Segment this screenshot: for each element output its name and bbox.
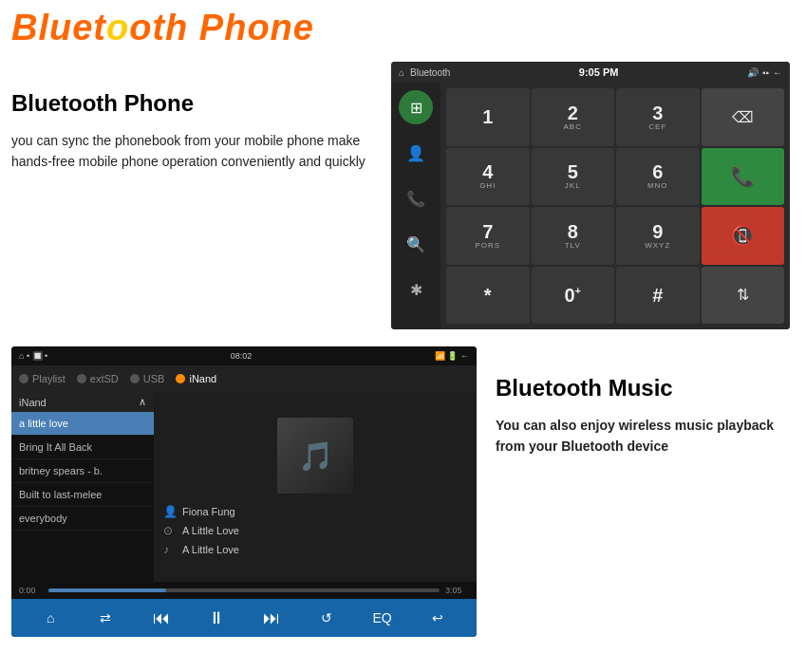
ctrl-playpause[interactable]: ⏸ <box>202 608 231 628</box>
track-info-area: 🎵 👤 Fiona Fung ⊙ A Little Love <box>154 392 477 582</box>
tab-dot-usb <box>130 374 140 383</box>
dial-key-backspace[interactable]: ⌫ <box>702 88 785 146</box>
dial-key-call[interactable]: 📞 <box>702 148 785 206</box>
sidebar-icon-search[interactable]: 🔍 <box>399 227 433 261</box>
music-status-right: 📶 🔋 ← <box>435 351 469 361</box>
playlist-header: iNand ∧ <box>11 392 154 412</box>
music-section-title: Bluetooth Music <box>496 375 795 401</box>
music-tabs: Playlist extSD USB iNand <box>11 365 477 392</box>
status-bar-time: 9:05 PM <box>579 66 619 78</box>
back-icon: ← <box>773 67 782 78</box>
playlist-collapse-icon[interactable]: ∧ <box>139 396 146 408</box>
dial-key-settings[interactable]: ⇅ <box>702 267 785 325</box>
album-art: 🎵 <box>277 418 353 494</box>
ctrl-back[interactable]: ↩ <box>423 610 452 625</box>
tab-inand[interactable]: iNand <box>176 373 216 384</box>
dial-key-1[interactable]: 1 <box>446 88 530 146</box>
dial-key-star[interactable]: * <box>446 267 530 325</box>
home-icon: ⌂ <box>399 67 404 78</box>
dial-key-7[interactable]: 7 PORS <box>446 207 530 265</box>
phone-section-desc: you can sync the phonebook from your mob… <box>11 130 372 173</box>
music-status-time: 08:02 <box>231 351 253 361</box>
track-metadata: 👤 Fiona Fung ⊙ A Little Love ♪ A Little … <box>163 505 467 556</box>
progress-bar-track[interactable] <box>48 588 440 592</box>
ctrl-repeat[interactable]: ↺ <box>312 610 341 625</box>
tab-label-playlist: Playlist <box>32 373 66 384</box>
tab-label-extsd: extSD <box>90 373 119 384</box>
progress-bar-fill <box>48 588 166 592</box>
phone-status-bar: ⌂ Bluetooth 9:05 PM 🔊 ▪▪ ← <box>391 62 790 83</box>
playlist-item-1[interactable]: Bring It All Back <box>11 436 154 459</box>
dial-key-8[interactable]: 8 TLV <box>532 207 615 265</box>
playlist-item-0[interactable]: a little love <box>11 412 154 436</box>
ctrl-prev[interactable]: ⏮ <box>147 608 176 628</box>
ctrl-next[interactable]: ⏭ <box>257 608 286 628</box>
music-status-bar: ⌂ • 🔲 • 08:02 📶 🔋 ← <box>11 346 477 365</box>
music-note-icon: 🎵 <box>298 439 333 473</box>
disc-icon: ⊙ <box>163 524 177 537</box>
music-status-left: ⌂ • 🔲 • <box>19 351 47 361</box>
tab-label-inand: iNand <box>189 373 216 384</box>
dial-key-3[interactable]: 3 CEF <box>616 88 700 146</box>
sidebar-icon-bluetooth[interactable]: ✱ <box>399 272 433 307</box>
tab-playlist[interactable]: Playlist <box>19 373 66 384</box>
battery-icon: ▪▪ <box>762 67 769 78</box>
ctrl-eq[interactable]: EQ <box>368 610 397 625</box>
track-album: A Little Love <box>182 544 239 555</box>
main-content: Bluetooth Phone you can sync the phonebo… <box>0 52 806 637</box>
playlist-title: iNand <box>19 397 47 408</box>
sidebar-icon-recents[interactable]: 📞 <box>399 181 433 215</box>
music-main: iNand ∧ a little love Bring It All Back … <box>11 392 477 582</box>
music-section-desc: You can also enjoy wireless music playba… <box>496 415 795 457</box>
title-text2: oth Phone <box>129 8 314 47</box>
phone-sidebar: ⊞ 👤 📞 🔍 ✱ <box>391 83 440 329</box>
dial-key-hash[interactable]: # <box>616 267 700 325</box>
dialpad-grid: 1 2 ABC 3 CEF ⌫ <box>440 83 790 329</box>
page-title: Bluetooth Phone <box>11 8 795 48</box>
top-section: Bluetooth Phone you can sync the phonebo… <box>11 62 795 329</box>
sidebar-icon-contacts[interactable]: 👤 <box>399 136 433 170</box>
tab-dot-inand <box>176 374 185 383</box>
music-ui-mockup: ⌂ • 🔲 • 08:02 📶 🔋 ← Playlist extSD USB <box>11 346 477 637</box>
note-icon: ♪ <box>163 543 177 556</box>
dial-key-5[interactable]: 5 JKL <box>532 148 615 206</box>
ctrl-shuffle[interactable]: ⇄ <box>91 610 120 625</box>
dialpad-area: ⊞ 👤 📞 🔍 ✱ 1 2 ABC <box>391 83 790 329</box>
dial-key-4[interactable]: 4 GHI <box>446 148 530 206</box>
sidebar-icon-dialpad[interactable]: ⊞ <box>399 90 433 124</box>
status-label: Bluetooth <box>410 67 450 78</box>
dial-key-6[interactable]: 6 MNO <box>616 148 700 206</box>
person-icon: 👤 <box>163 505 177 518</box>
page-header: Bluetooth Phone <box>0 0 806 52</box>
phone-text-block: Bluetooth Phone you can sync the phonebo… <box>11 62 372 329</box>
speaker-icon: 🔊 <box>747 67 759 78</box>
tab-dot-playlist <box>19 374 28 383</box>
title-highlight: o <box>106 8 129 47</box>
status-bar-right: 🔊 ▪▪ ← <box>747 67 782 78</box>
playlist-sidebar: iNand ∧ a little love Bring It All Back … <box>11 392 154 582</box>
track-album-row: ♪ A Little Love <box>163 543 467 556</box>
tab-extsd[interactable]: extSD <box>77 373 119 384</box>
track-artist: Fiona Fung <box>182 506 235 517</box>
music-controls: ⌂ ⇄ ⏮ ⏸ ⏭ ↺ EQ ↩ <box>11 599 477 637</box>
tab-dot-extsd <box>77 374 86 383</box>
playlist-item-2[interactable]: britney spears - b. <box>11 459 154 483</box>
dial-key-9[interactable]: 9 WXYZ <box>616 207 700 265</box>
status-bar-left: ⌂ Bluetooth <box>399 67 450 78</box>
dial-key-2[interactable]: 2 ABC <box>532 88 615 146</box>
dial-key-0[interactable]: 0+ <box>532 267 615 325</box>
tab-usb[interactable]: USB <box>130 373 165 384</box>
dial-key-hangup[interactable]: 📵 <box>702 207 785 265</box>
track-title-row: ⊙ A Little Love <box>163 524 467 537</box>
tab-label-usb: USB <box>143 373 165 384</box>
title-text: Bluet <box>11 8 106 47</box>
playlist-item-3[interactable]: Built to last-melee <box>11 483 154 507</box>
phone-section-title: Bluetooth Phone <box>11 90 372 117</box>
phone-ui-mockup: ⌂ Bluetooth 9:05 PM 🔊 ▪▪ ← ⊞ 👤 📞 🔍 <box>391 62 790 329</box>
progress-total: 3:05 <box>445 586 469 595</box>
progress-current: 0:00 <box>19 586 43 595</box>
track-title: A Little Love <box>182 525 239 536</box>
ctrl-home[interactable]: ⌂ <box>36 610 65 625</box>
album-art-inner: 🎵 <box>277 418 353 494</box>
playlist-item-4[interactable]: everybody <box>11 507 154 531</box>
